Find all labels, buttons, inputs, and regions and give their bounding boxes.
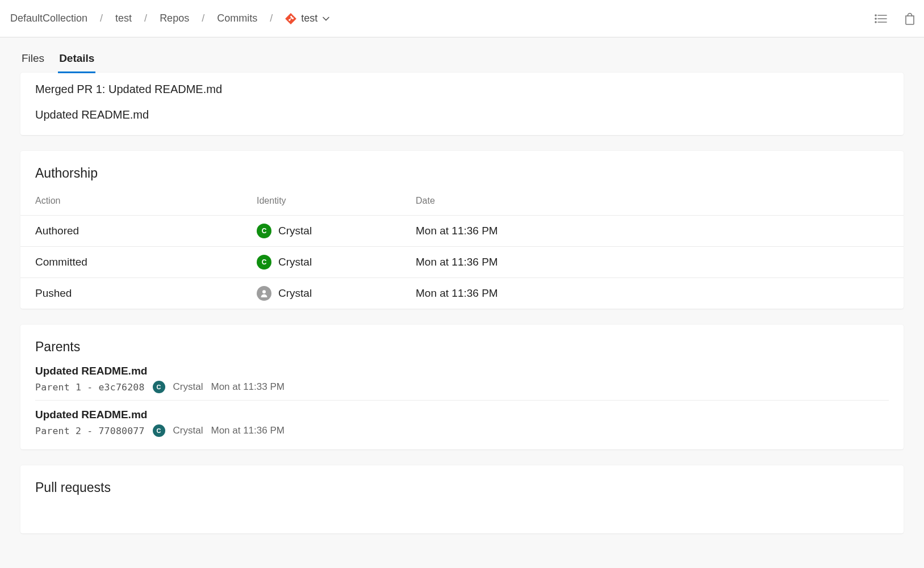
list-icon[interactable] (874, 13, 888, 24)
authorship-row: Pushed Crystal Mon at 11:36 PM (20, 278, 904, 309)
breadcrumb-separator: / (94, 12, 108, 24)
breadcrumb-item[interactable]: test (111, 9, 136, 28)
identity-name: Crystal (278, 225, 312, 237)
parent-hash: Parent 1 - e3c76208 (35, 382, 145, 393)
authorship-card: Authorship Action Identity Date Authored… (20, 151, 904, 309)
repo-selector[interactable]: test (281, 9, 335, 28)
identity-name: Crystal (278, 287, 312, 300)
authorship-row: Authored C Crystal Mon at 11:36 PM (20, 216, 904, 247)
authorship-table-head: Action Identity Date (20, 195, 904, 216)
svg-point-10 (262, 290, 266, 293)
svg-point-4 (875, 15, 876, 16)
col-action: Action (35, 196, 257, 206)
repo-name: test (301, 12, 317, 24)
breadcrumb: DefaultCollection / test / Repos / Commi… (6, 9, 874, 28)
avatar: C (257, 255, 271, 270)
avatar: C (257, 224, 271, 238)
parent-commit-meta: Parent 2 - 77080077 C Crystal Mon at 11:… (35, 424, 889, 437)
authorship-identity[interactable]: C Crystal (257, 224, 416, 238)
authorship-table: Action Identity Date Authored C Crystal … (20, 195, 904, 309)
commit-message-title: Merged PR 1: Updated README.md (35, 83, 889, 96)
topbar: DefaultCollection / test / Repos / Commi… (0, 0, 924, 37)
authorship-action: Pushed (35, 287, 257, 300)
authorship-action: Committed (35, 256, 257, 268)
tab-files[interactable]: Files (20, 49, 45, 73)
parent-commit-title: Updated README.md (35, 409, 889, 421)
col-date: Date (416, 196, 889, 206)
authorship-row: Committed C Crystal Mon at 11:36 PM (20, 247, 904, 278)
authorship-date: Mon at 11:36 PM (416, 287, 889, 300)
parent-commit[interactable]: Updated README.md Parent 1 - e3c76208 C … (35, 357, 889, 401)
parent-commit-title: Updated README.md (35, 365, 889, 377)
chevron-down-icon (322, 15, 330, 23)
topbar-actions (874, 12, 916, 26)
avatar: C (153, 381, 165, 393)
identity-name: Crystal (278, 256, 312, 268)
commit-message-card: Merged PR 1: Updated README.md Updated R… (20, 73, 904, 135)
parent-identity: Crystal (173, 381, 203, 393)
avatar-generic-user-icon (257, 286, 271, 301)
parent-hash: Parent 2 - 77080077 (35, 426, 145, 436)
avatar: C (153, 424, 165, 437)
breadcrumb-separator: / (196, 12, 210, 24)
authorship-identity[interactable]: C Crystal (257, 255, 416, 270)
authorship-heading: Authorship (20, 165, 904, 183)
authorship-action: Authored (35, 225, 257, 237)
breadcrumb-item[interactable]: Repos (155, 9, 194, 28)
breadcrumb-separator: / (264, 12, 278, 24)
parent-commit-meta: Parent 1 - e3c76208 C Crystal Mon at 11:… (35, 381, 889, 393)
parents-heading: Parents (35, 338, 889, 357)
authorship-date: Mon at 11:36 PM (416, 225, 889, 237)
authorship-date: Mon at 11:36 PM (416, 256, 889, 268)
parent-date: Mon at 11:36 PM (211, 425, 284, 436)
pull-requests-heading: Pull requests (35, 479, 889, 498)
authorship-identity[interactable]: Crystal (257, 286, 416, 301)
tab-details[interactable]: Details (58, 49, 95, 73)
parent-commit[interactable]: Updated README.md Parent 2 - 77080077 C … (35, 401, 889, 444)
parent-identity: Crystal (173, 425, 203, 436)
svg-point-6 (875, 18, 876, 19)
tabs: Files Details (0, 48, 924, 73)
breadcrumb-item[interactable]: DefaultCollection (6, 9, 92, 28)
parents-card: Parents Updated README.md Parent 1 - e3c… (20, 325, 904, 449)
breadcrumb-separator: / (139, 12, 153, 24)
breadcrumb-item[interactable]: Commits (212, 9, 262, 28)
col-identity: Identity (257, 196, 416, 206)
pull-requests-card: Pull requests (20, 465, 904, 533)
git-repo-icon (285, 13, 296, 24)
parent-date: Mon at 11:33 PM (211, 381, 284, 393)
svg-point-8 (875, 22, 876, 23)
market-bag-icon[interactable] (904, 12, 916, 26)
commit-message-body: Updated README.md (35, 108, 889, 121)
